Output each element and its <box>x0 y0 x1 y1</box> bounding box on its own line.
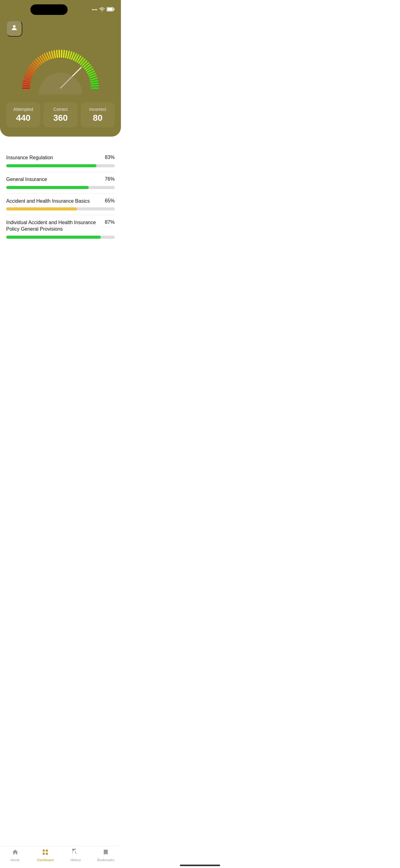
gauge-section: Attempted 440 Correct 360 Incorrect 80 <box>0 41 121 136</box>
stat-card: Incorrect 80 <box>80 102 115 127</box>
progress-bar-bg <box>6 207 115 211</box>
svg-line-27 <box>59 50 60 57</box>
stat-label: Incorrect <box>84 107 112 112</box>
stat-value: 360 <box>46 113 74 123</box>
svg-rect-2 <box>107 8 113 10</box>
svg-line-48 <box>91 81 98 82</box>
domain-list: Insurance Regulation 83% General Insuran… <box>6 150 115 243</box>
domain-name: Insurance Regulation <box>6 155 102 161</box>
svg-line-47 <box>90 78 97 80</box>
svg-line-23 <box>49 52 52 58</box>
domain-pct: 83% <box>105 155 115 160</box>
svg-line-7 <box>23 81 30 82</box>
svg-line-25 <box>54 51 56 58</box>
svg-line-5 <box>23 86 29 86</box>
svg-line-28 <box>61 50 62 57</box>
domain-name: Accident and Health Insurance Basics <box>6 198 102 205</box>
svg-line-29 <box>64 51 64 57</box>
svg-line-8 <box>24 78 30 80</box>
person-icon <box>10 24 18 33</box>
domain-item[interactable]: Insurance Regulation 83% <box>6 150 115 172</box>
stat-card: Attempted 440 <box>6 102 40 127</box>
svg-rect-1 <box>113 8 114 10</box>
stats-row: Attempted 440 Correct 360 Incorrect 80 <box>6 102 115 127</box>
domain-pct: 87% <box>105 219 115 225</box>
domain-item-header: General Insurance 76% <box>6 176 115 183</box>
gauge-container <box>14 45 107 94</box>
domain-pct: 76% <box>105 176 115 182</box>
progress-bar-fill <box>6 164 96 167</box>
svg-line-32 <box>70 52 72 58</box>
domain-item-header: Accident and Health Insurance Basics 65% <box>6 198 115 205</box>
status-bar: •••• <box>0 0 121 18</box>
stat-card: Correct 360 <box>43 102 77 127</box>
progress-bar-fill <box>6 186 89 189</box>
svg-line-26 <box>57 51 57 57</box>
domain-name: Individual Accident and Health Insurance… <box>6 219 102 232</box>
header <box>0 18 121 41</box>
svg-line-9 <box>25 76 31 78</box>
avatar-button[interactable] <box>6 21 22 37</box>
svg-line-31 <box>68 51 69 58</box>
svg-line-6 <box>23 83 30 84</box>
svg-point-3 <box>13 25 15 28</box>
svg-line-24 <box>52 51 53 58</box>
domain-name: General Insurance <box>6 176 102 183</box>
stat-value: 440 <box>9 113 37 123</box>
progress-bar-bg <box>6 186 115 189</box>
domain-item[interactable]: Accident and Health Insurance Basics 65% <box>6 194 115 215</box>
domain-section: Insurance Regulation 83% General Insuran… <box>0 136 121 274</box>
svg-line-50 <box>92 86 98 86</box>
progress-bar-fill <box>6 236 101 239</box>
domain-item-header: Insurance Regulation 83% <box>6 155 115 161</box>
svg-line-30 <box>66 51 67 58</box>
domain-item[interactable]: Individual Accident and Health Insurance… <box>6 215 115 243</box>
domain-item[interactable]: General Insurance 76% <box>6 172 115 194</box>
progress-bar-bg <box>6 236 115 239</box>
stat-value: 80 <box>84 113 112 123</box>
dynamic-island <box>30 4 68 15</box>
progress-bar-fill <box>6 207 77 211</box>
stat-label: Attempted <box>9 107 37 112</box>
stat-label: Correct <box>46 107 74 112</box>
svg-line-49 <box>91 83 98 84</box>
domain-pct: 65% <box>105 198 115 204</box>
wifi-icon <box>99 7 105 12</box>
progress-bar-bg <box>6 164 115 167</box>
status-icons: •••• <box>92 7 115 12</box>
battery-icon <box>107 7 115 12</box>
svg-line-46 <box>90 76 96 78</box>
domain-item-header: Individual Accident and Health Insurance… <box>6 219 115 232</box>
signal-icon: •••• <box>92 7 97 12</box>
